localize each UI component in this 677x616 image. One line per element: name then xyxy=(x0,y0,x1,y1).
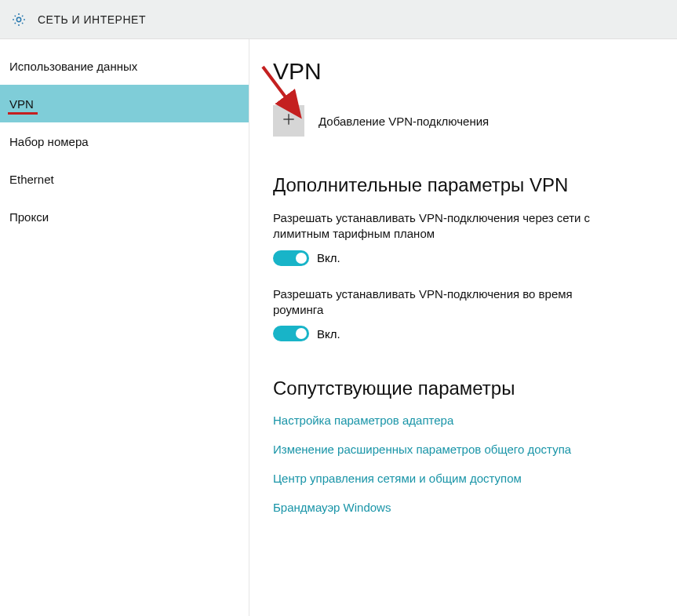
link-network-center[interactable]: Центр управления сетями и общим доступом xyxy=(273,472,661,485)
add-vpn-button[interactable] xyxy=(273,105,304,137)
plus-icon xyxy=(281,111,297,130)
sidebar-item-proxy[interactable]: Прокси xyxy=(0,198,249,235)
toggle-roaming[interactable] xyxy=(273,326,309,341)
setting-metered: Разрешать устанавливать VPN-подключения … xyxy=(273,210,661,266)
svg-point-0 xyxy=(16,17,20,21)
sidebar-item-vpn[interactable]: VPN xyxy=(0,85,249,122)
toggle-label: Вкл. xyxy=(317,251,340,264)
header-bar: СЕТЬ И ИНТЕРНЕТ xyxy=(0,0,677,39)
sidebar-item-data-usage[interactable]: Использование данных xyxy=(0,47,249,85)
gear-icon xyxy=(11,12,27,27)
sidebar-item-ethernet[interactable]: Ethernet xyxy=(0,160,249,198)
advanced-section-title: Дополнительные параметры VPN xyxy=(273,174,661,196)
setting-roaming: Разрешать устанавливать VPN-подключения … xyxy=(273,286,661,342)
add-vpn-row[interactable]: Добавление VPN-подключения xyxy=(273,105,661,137)
sidebar: Использование данных VPN Набор номера Et… xyxy=(0,39,249,616)
header-title: СЕТЬ И ИНТЕРНЕТ xyxy=(38,13,146,26)
setting-desc: Разрешать устанавливать VPN-подключения … xyxy=(273,210,610,242)
setting-desc: Разрешать устанавливать VPN-подключения … xyxy=(273,286,610,319)
selection-underline xyxy=(8,112,38,115)
sidebar-item-label: Ethernet xyxy=(9,173,54,186)
content-pane: VPN Добавление VPN-подключения Дополните… xyxy=(249,39,677,616)
sidebar-item-label: VPN xyxy=(9,97,34,111)
link-advanced-sharing[interactable]: Изменение расширенных параметров общего … xyxy=(273,443,661,456)
link-adapter-settings[interactable]: Настройка параметров адаптера xyxy=(273,414,661,427)
toggle-label: Вкл. xyxy=(317,327,340,341)
sidebar-item-label: Набор номера xyxy=(9,135,89,148)
sidebar-item-label: Прокси xyxy=(9,210,49,224)
link-firewall[interactable]: Брандмауэр Windows xyxy=(273,501,661,514)
sidebar-item-dialup[interactable]: Набор номера xyxy=(0,122,249,160)
add-vpn-label: Добавление VPN-подключения xyxy=(318,115,489,128)
related-section-title: Сопутствующие параметры xyxy=(273,377,661,399)
toggle-metered[interactable] xyxy=(273,250,309,266)
page-title: VPN xyxy=(273,58,661,85)
sidebar-item-label: Использование данных xyxy=(9,60,137,73)
